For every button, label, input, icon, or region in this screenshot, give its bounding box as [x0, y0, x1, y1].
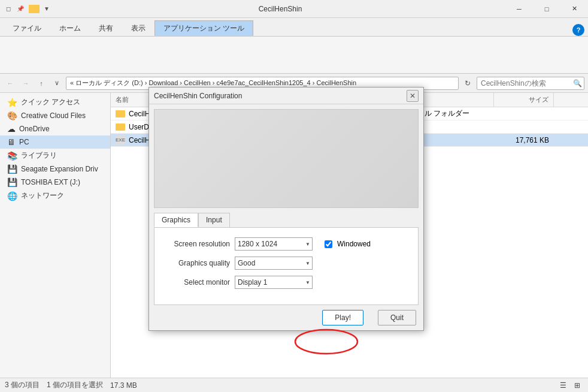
- details-view-button[interactable]: ☰: [557, 380, 569, 391]
- sidebar-item-toshiba[interactable]: 💾 TOSHIBA EXT (J:): [0, 176, 110, 189]
- tab-input[interactable]: Input: [198, 213, 230, 227]
- col-header-size[interactable]: サイズ: [494, 93, 554, 107]
- dialog-tab-content: Screen resolution 640 x 480 800 x 600 10…: [154, 227, 419, 305]
- sidebar-item-library[interactable]: 📚 ライブラリ: [0, 149, 110, 162]
- search-icon: 🔍: [573, 79, 582, 88]
- select-monitor-label: Select monitor: [164, 278, 230, 287]
- sidebar-label: ネットワーク: [21, 191, 64, 201]
- status-bar: 3 個の項目 1 個の項目を選択 17.3 MB ☰ ⊞: [0, 378, 588, 392]
- sidebar: ⭐ クイック アクセス 🎨 Creative Cloud Files ☁ One…: [0, 93, 111, 378]
- quick-access-icon: ◻: [4, 4, 13, 14]
- selected-count: 1 個の項目を選択: [47, 380, 103, 390]
- sidebar-item-onedrive[interactable]: ☁ OneDrive: [0, 122, 110, 135]
- up-button[interactable]: ↑: [35, 77, 48, 90]
- dialog-preview: [154, 109, 419, 208]
- sidebar-label: Seagate Expansion Driv: [21, 165, 98, 173]
- quick-access-icon: ⭐: [7, 98, 17, 107]
- ribbon: ファイル ホーム 共有 表示 アプリケーション ツール ?: [0, 18, 588, 74]
- search-box[interactable]: 🔍: [477, 77, 584, 90]
- back-button[interactable]: ←: [4, 77, 17, 90]
- screen-resolution-select-wrapper[interactable]: 640 x 480 800 x 600 1024 x 768 1280 x 10…: [235, 237, 313, 251]
- maximize-button[interactable]: □: [533, 0, 560, 18]
- screen-resolution-row: Screen resolution 640 x 480 800 x 600 10…: [164, 237, 408, 251]
- minimize-button[interactable]: ─: [505, 0, 533, 18]
- graphics-quality-select[interactable]: Fastest Fast Simple Good Beautiful Fanta…: [235, 257, 313, 270]
- dialog-titlebar: CecilHenShin Configuration ✕: [149, 88, 423, 104]
- item-count: 3 個の項目: [5, 380, 40, 390]
- search-input[interactable]: [481, 79, 571, 88]
- tab-share[interactable]: 共有: [90, 20, 122, 36]
- pin-icon: 📌: [16, 4, 25, 14]
- quit-button[interactable]: Quit: [378, 310, 416, 325]
- sidebar-item-creative-cloud[interactable]: 🎨 Creative Cloud Files: [0, 109, 110, 122]
- graphics-quality-row: Graphics quality Fastest Fast Simple Goo…: [164, 257, 408, 270]
- title-bar: ◻ 📌 ▼ CecilHenShin ─ □ ✕: [0, 0, 588, 18]
- view-controls: ☰ ⊞: [557, 380, 583, 391]
- network-icon: 🌐: [7, 191, 17, 201]
- sidebar-label: TOSHIBA EXT (J:): [21, 178, 80, 186]
- close-button[interactable]: ✕: [560, 0, 588, 18]
- sidebar-item-quick-access[interactable]: ⭐ クイック アクセス: [0, 95, 110, 109]
- sidebar-label: OneDrive: [19, 125, 50, 133]
- dialog-actions: Play! Quit: [149, 305, 423, 330]
- help-button[interactable]: ?: [572, 24, 584, 36]
- file-size-cell: [494, 107, 554, 120]
- creative-cloud-icon: 🎨: [7, 111, 17, 120]
- path-text: « ローカル ディスク (D:) › Download › CecilHen ›…: [70, 79, 356, 88]
- ribbon-content: [0, 36, 588, 73]
- dropdown-icon[interactable]: ▼: [42, 4, 51, 14]
- graphics-quality-select-wrapper[interactable]: Fastest Fast Simple Good Beautiful Fanta…: [235, 257, 313, 270]
- select-monitor-select-wrapper[interactable]: Display 1 Display 2: [235, 276, 313, 289]
- window-controls: ─ □ ✕: [505, 0, 588, 18]
- sidebar-item-pc[interactable]: 🖥 PC: [0, 135, 110, 149]
- file-size-cell: [494, 120, 554, 133]
- sidebar-label: ライブラリ: [21, 150, 57, 161]
- sidebar-label: クイック アクセス: [21, 97, 80, 107]
- refresh-button[interactable]: ↻: [461, 77, 474, 90]
- pc-icon: 🖥: [7, 137, 16, 147]
- drive-icon: 💾: [7, 164, 17, 174]
- forward-button[interactable]: →: [19, 77, 32, 90]
- selected-size: 17.3 MB: [110, 381, 137, 390]
- sidebar-item-seagate[interactable]: 💾 Seagate Expansion Driv: [0, 162, 110, 176]
- tab-graphics[interactable]: Graphics: [154, 213, 198, 227]
- tab-view[interactable]: 表示: [122, 20, 154, 36]
- title-bar-icons: ◻ 📌 ▼: [0, 4, 55, 14]
- dialog-title: CecilHenShin Configuration: [154, 92, 407, 100]
- screen-resolution-select[interactable]: 640 x 480 800 x 600 1024 x 768 1280 x 10…: [235, 237, 313, 251]
- windowed-checkbox[interactable]: [325, 240, 332, 248]
- tab-home[interactable]: ホーム: [50, 20, 90, 36]
- dialog-close-button[interactable]: ✕: [407, 90, 419, 102]
- sidebar-label: Creative Cloud Files: [21, 111, 86, 120]
- list-view-button[interactable]: ⊞: [571, 380, 583, 391]
- tab-file[interactable]: ファイル: [4, 20, 50, 36]
- folder-icon: [29, 5, 40, 13]
- configuration-dialog: CecilHenShin Configuration ✕ Graphics In…: [148, 87, 424, 331]
- folder-icon: [116, 110, 125, 117]
- recent-locations-button[interactable]: ∨: [50, 77, 63, 90]
- select-monitor-row: Select monitor Display 1 Display 2: [164, 276, 408, 289]
- select-monitor-select[interactable]: Display 1 Display 2: [235, 276, 313, 289]
- windowed-label: Windowed: [337, 240, 371, 248]
- ribbon-tabs: ファイル ホーム 共有 表示 アプリケーション ツール ?: [0, 18, 588, 36]
- screen-resolution-label: Screen resolution: [164, 240, 230, 248]
- dialog-tabs: Graphics Input: [149, 213, 423, 227]
- onedrive-icon: ☁: [7, 124, 16, 134]
- play-button[interactable]: Play!: [322, 310, 363, 325]
- graphics-quality-label: Graphics quality: [164, 259, 230, 267]
- file-icon: EXE: [116, 135, 125, 145]
- file-size-cell: 17,761 KB: [494, 134, 554, 146]
- windowed-section: Windowed: [325, 240, 371, 248]
- window-title: CecilHenShin: [55, 5, 505, 13]
- tab-app-tools[interactable]: アプリケーション ツール: [154, 20, 253, 36]
- sidebar-item-network[interactable]: 🌐 ネットワーク: [0, 189, 110, 203]
- toshiba-icon: 💾: [7, 177, 17, 187]
- library-icon: 📚: [7, 151, 17, 161]
- folder-icon: [116, 123, 125, 131]
- sidebar-label: PC: [19, 138, 29, 146]
